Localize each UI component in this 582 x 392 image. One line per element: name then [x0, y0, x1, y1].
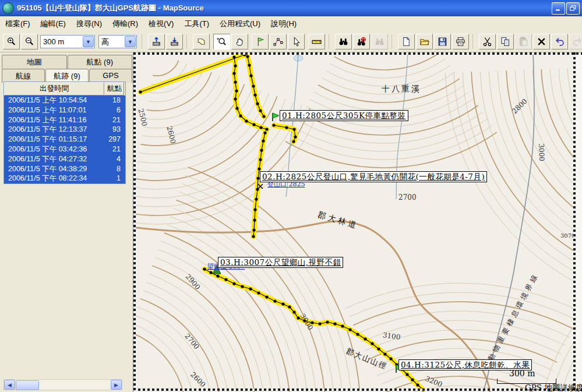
- menu-item-3[interactable]: 傳輸(R): [107, 17, 143, 31]
- track-start-time: 2006/11/5 下午 04:27:32: [4, 154, 104, 164]
- detail-level-select-value: 高: [99, 37, 124, 47]
- scrollbar-thumb[interactable]: [16, 380, 39, 390]
- minimize-button[interactable]: [552, 2, 565, 15]
- sidebar-tab-0-inactive[interactable]: 航線: [2, 69, 45, 83]
- map-tool-icon: [196, 37, 206, 47]
- track-row-8[interactable]: 2006/11/5 下午 08:22:341: [4, 174, 125, 183]
- track-point-count: 297: [104, 135, 124, 144]
- open-file-button[interactable]: [416, 34, 433, 50]
- waypoint-callout-3[interactable]: 03.H:3007公尺望鄉山,視野不錯: [218, 257, 343, 268]
- measure-tool-button[interactable]: [308, 34, 325, 50]
- track-point-count: 6: [104, 105, 124, 115]
- sidebar-tab-0-inactive[interactable]: 地圖: [2, 55, 67, 69]
- measure-tool-icon: [312, 37, 322, 47]
- waypoint-callout-1[interactable]: 01.H:2805公尺305K停車點整裝: [280, 110, 408, 121]
- paste-button: [515, 34, 532, 50]
- track-row-3[interactable]: 2006/11/5 下午 12:13:3793: [4, 125, 125, 135]
- print-button[interactable]: [452, 34, 469, 50]
- column-header-points[interactable]: 航點: [104, 82, 124, 96]
- menu-bar: 檔案(F)編輯(E)搜尋(N)傳輸(R)檢視(V)工具(T)公用程式(U)說明(…: [0, 16, 582, 32]
- delete-button[interactable]: [533, 34, 550, 50]
- sidebar-tab-2-inactive[interactable]: GPS: [89, 69, 132, 83]
- track-point-count: 21: [104, 115, 124, 125]
- tracks-table-body: 2006/11/5 上午 10:54:54182006/11/5 上午 11:0…: [4, 96, 125, 183]
- track-row-2[interactable]: 2006/11/5 上午 11:41:1621: [4, 115, 125, 125]
- save-file-icon: [438, 37, 447, 47]
- map-tool-button[interactable]: [193, 34, 210, 50]
- contour-elevation-label: 3000: [537, 143, 546, 161]
- menu-item-7[interactable]: 說明(H): [266, 17, 302, 31]
- menu-item-0[interactable]: 檔案(F): [0, 17, 36, 31]
- map-border-top: [133, 52, 582, 55]
- track-start-time: 2006/11/5 上午 11:07:01: [4, 105, 104, 115]
- restore-button[interactable]: [566, 2, 580, 15]
- track-row-4[interactable]: 2006/11/5 下午 01:15:17297: [4, 135, 125, 144]
- contour-elevation-label: 2700: [398, 193, 417, 202]
- track-row-7[interactable]: 2006/11/5 下午 04:38:298: [4, 164, 125, 174]
- menu-item-2[interactable]: 搜尋(N): [71, 17, 107, 31]
- redo-button: [569, 34, 582, 50]
- title-bar: 951105【山牛登山隊】郡大山GPS航跡圖 - MapSource: [0, 0, 582, 16]
- save-file-button[interactable]: [434, 34, 451, 50]
- zoom-out-button[interactable]: [21, 34, 38, 50]
- gps-detail-status: GPS 地圖詳細度: [525, 383, 582, 392]
- track-point-count: 21: [104, 144, 124, 154]
- track-start-time: 2006/11/5 下午 12:13:37: [4, 125, 104, 135]
- track-point-count: 4: [104, 154, 124, 164]
- sidebar-horizontal-scrollbar[interactable]: ◀ ▶: [3, 379, 122, 390]
- zoom-out-icon: [24, 37, 34, 47]
- menu-item-5[interactable]: 工具(T): [179, 17, 214, 31]
- pan-tool-button[interactable]: [231, 34, 248, 50]
- waypoint-tool-icon: [255, 37, 265, 47]
- map-place-label: 十八重溪: [382, 84, 421, 94]
- track-point-count: 8: [104, 164, 124, 174]
- track-row-6[interactable]: 2006/11/5 下午 04:27:324: [4, 154, 125, 164]
- tracks-table: 出發時間 航點 2006/11/5 上午 10:54:54182006/11/5…: [3, 82, 126, 184]
- find-nearest-button[interactable]: [353, 34, 370, 50]
- cut-button[interactable]: [479, 34, 496, 50]
- column-header-start-time[interactable]: 出發時間: [4, 82, 104, 96]
- track-start-time: 2006/11/5 下午 03:42:36: [4, 144, 104, 154]
- undo-button[interactable]: [551, 34, 568, 50]
- track-start-time: 2006/11/5 下午 04:38:29: [4, 164, 104, 174]
- menu-item-1[interactable]: 編輯(E): [36, 17, 71, 31]
- send-to-device-button[interactable]: [148, 34, 165, 50]
- sidebar-tab-1-active[interactable]: 航跡 (9): [45, 69, 89, 83]
- sidebar-tab-1-inactive[interactable]: 航點 (9): [68, 55, 133, 69]
- minimize-icon: [555, 5, 562, 11]
- toolbar-separator: [186, 34, 192, 49]
- menu-item-6[interactable]: 公用程式(U): [214, 17, 266, 31]
- track-row-5[interactable]: 2006/11/5 下午 03:42:3621: [4, 144, 125, 154]
- select-tool-icon: [291, 37, 301, 47]
- find-nearest-icon: [357, 37, 366, 47]
- track-row-1[interactable]: 2006/11/5 上午 11:07:016: [4, 105, 125, 115]
- chevron-down-icon[interactable]: ▼: [125, 36, 136, 47]
- find-next-button: [371, 34, 388, 50]
- detail-level-select[interactable]: 高▼: [98, 35, 137, 48]
- delete-icon: [537, 37, 546, 47]
- map-scale-select[interactable]: 300 m▼: [40, 35, 95, 48]
- find-button[interactable]: [335, 34, 352, 50]
- waypoint-callout-2[interactable]: 02.H:2825公尺登山口,驚見毛地黃仍開花(一般花期是4-7月): [260, 171, 487, 182]
- track-row-0[interactable]: 2006/11/5 上午 10:54:5418: [4, 96, 125, 105]
- toolbar: 300 m▼高▼: [0, 31, 582, 52]
- map-border-left: [133, 52, 136, 392]
- undo-icon: [555, 37, 565, 47]
- sidebar-tabs-row2: 航線航跡 (9)GPS: [0, 69, 133, 83]
- send-to-device-icon: [151, 37, 161, 47]
- select-tool-button[interactable]: [288, 34, 305, 50]
- route-tool-button[interactable]: [270, 34, 287, 50]
- zoom-in-button[interactable]: [3, 34, 20, 50]
- waypoint-tool-button[interactable]: [252, 34, 269, 50]
- chevron-down-icon[interactable]: ▼: [83, 36, 94, 47]
- receive-from-device-button[interactable]: [166, 34, 183, 50]
- scroll-left-button[interactable]: ◀: [4, 380, 15, 390]
- zoom-tool-button[interactable]: [213, 34, 230, 50]
- copy-icon: [500, 37, 510, 47]
- print-icon: [456, 37, 465, 47]
- new-file-button[interactable]: [398, 34, 415, 50]
- copy-button[interactable]: [497, 34, 514, 50]
- new-file-icon: [401, 37, 411, 47]
- scroll-right-button[interactable]: ▶: [111, 380, 122, 390]
- menu-item-4[interactable]: 檢視(V): [143, 17, 179, 31]
